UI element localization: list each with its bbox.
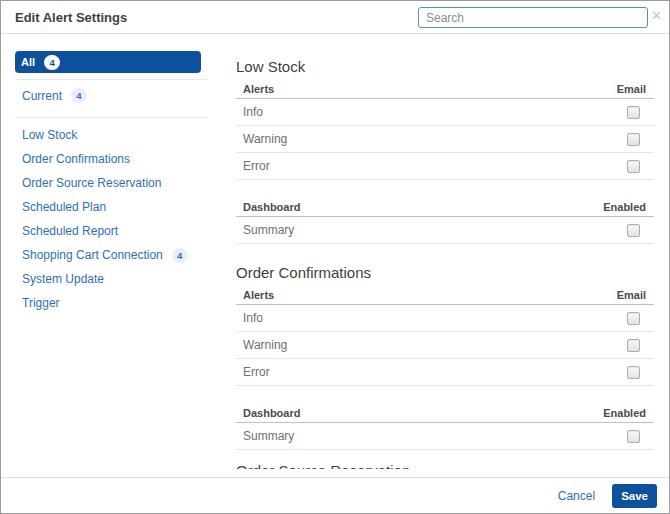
table-row: Error	[236, 359, 654, 386]
section-title-order-confirmations: Order Confirmations	[236, 264, 654, 281]
order-confirmations-alerts-table: Alerts Email Info Warning Error	[236, 285, 654, 386]
order-confirmations-summary-enabled-checkbox[interactable]	[627, 430, 640, 443]
table-row: Warning	[236, 126, 654, 153]
row-label: Info	[243, 311, 263, 325]
close-icon[interactable]: ✕	[651, 9, 662, 22]
sidebar-all-label: All	[21, 56, 35, 68]
sidebar-divider	[15, 117, 207, 118]
dashboard-column-header: Dashboard	[243, 201, 300, 213]
dialog-title: Edit Alert Settings	[15, 10, 127, 25]
dialog-header: Edit Alert Settings ✕	[1, 1, 669, 34]
low-stock-dashboard-table: Dashboard Enabled Summary	[236, 197, 654, 244]
sidebar-current-label: Current	[22, 89, 62, 103]
sidebar-item-order-confirmations[interactable]: Order Confirmations	[15, 147, 205, 171]
table-header-row: Alerts Email	[236, 285, 654, 305]
table-row: Info	[236, 99, 654, 126]
sidebar-item-label: Order Confirmations	[22, 152, 130, 166]
sidebar-item-scheduled-report[interactable]: Scheduled Report	[15, 219, 205, 243]
alerts-column-header: Alerts	[243, 83, 274, 95]
sidebar-item-order-source-reservation[interactable]: Order Source Reservation	[15, 171, 205, 195]
table-header-row: Alerts Email	[236, 79, 654, 99]
sidebar-all-count-badge: 4	[44, 55, 60, 70]
enabled-column-header: Enabled	[603, 407, 646, 419]
email-column-header: Email	[617, 289, 646, 301]
order-confirmations-error-email-checkbox[interactable]	[627, 366, 640, 379]
sidebar-item-low-stock[interactable]: Low Stock	[15, 123, 205, 147]
sidebar-item-scheduled-plan[interactable]: Scheduled Plan	[15, 195, 205, 219]
dialog-footer: Cancel Save	[1, 477, 669, 513]
low-stock-warning-email-checkbox[interactable]	[627, 133, 640, 146]
row-label: Error	[243, 159, 270, 173]
settings-panel: Low Stock Alerts Email Info Warning Erro…	[236, 34, 654, 469]
table-row: Error	[236, 153, 654, 180]
low-stock-info-email-checkbox[interactable]	[627, 106, 640, 119]
row-label: Summary	[243, 429, 294, 443]
order-confirmations-info-email-checkbox[interactable]	[627, 312, 640, 325]
sidebar-item-shopping-cart-connection[interactable]: Shopping Cart Connection 4	[15, 243, 205, 267]
table-row: Summary	[236, 217, 654, 244]
sidebar-item-label: Order Source Reservation	[22, 176, 161, 190]
sidebar-shopping-cart-count-badge: 4	[172, 248, 188, 263]
table-header-row: Dashboard Enabled	[236, 197, 654, 217]
row-label: Error	[243, 365, 270, 379]
category-list: Low Stock Order Confirmations Order Sour…	[15, 123, 205, 315]
sidebar-current-count-badge: 4	[71, 88, 87, 103]
search-input[interactable]	[418, 7, 648, 28]
row-label: Info	[243, 105, 263, 119]
low-stock-alerts-table: Alerts Email Info Warning Error	[236, 79, 654, 180]
email-column-header: Email	[617, 83, 646, 95]
table-row: Info	[236, 305, 654, 332]
sidebar-item-label: Low Stock	[22, 128, 77, 142]
order-confirmations-warning-email-checkbox[interactable]	[627, 339, 640, 352]
cancel-button[interactable]: Cancel	[558, 489, 595, 503]
row-label: Summary	[243, 223, 294, 237]
order-confirmations-dashboard-table: Dashboard Enabled Summary	[236, 403, 654, 450]
table-row: Warning	[236, 332, 654, 359]
category-sidebar: All 4 Current 4 Low Stock Order Confirma…	[15, 51, 205, 315]
edit-alert-settings-dialog: Edit Alert Settings ✕ All 4 Current 4 Lo…	[0, 0, 670, 514]
row-label: Warning	[243, 132, 287, 146]
table-header-row: Dashboard Enabled	[236, 403, 654, 423]
sidebar-item-label: Scheduled Report	[22, 224, 118, 238]
sidebar-item-all[interactable]: All 4	[15, 51, 201, 73]
low-stock-error-email-checkbox[interactable]	[627, 160, 640, 173]
sidebar-item-label: System Update	[22, 272, 104, 286]
table-row: Summary	[236, 423, 654, 450]
sidebar-item-label: Scheduled Plan	[22, 200, 106, 214]
enabled-column-header: Enabled	[603, 201, 646, 213]
sidebar-item-current[interactable]: Current 4	[15, 80, 205, 111]
section-title-order-source-reservation: Order Source Reservation	[236, 462, 654, 469]
low-stock-summary-enabled-checkbox[interactable]	[627, 224, 640, 237]
dashboard-column-header: Dashboard	[243, 407, 300, 419]
sidebar-item-label: Trigger	[22, 296, 60, 310]
alerts-column-header: Alerts	[243, 289, 274, 301]
sidebar-item-system-update[interactable]: System Update	[15, 267, 205, 291]
row-label: Warning	[243, 338, 287, 352]
sidebar-item-trigger[interactable]: Trigger	[15, 291, 205, 315]
sidebar-item-label: Shopping Cart Connection	[22, 248, 163, 262]
save-button[interactable]: Save	[612, 484, 657, 508]
section-title-low-stock: Low Stock	[236, 58, 654, 75]
